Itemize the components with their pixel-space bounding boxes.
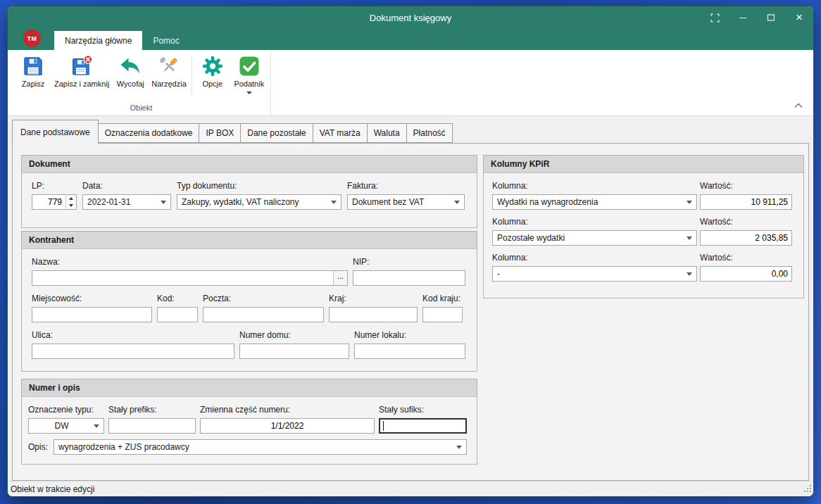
kod-field: Kod: xyxy=(157,294,198,322)
tab-platnosc[interactable]: Płatność xyxy=(406,123,453,143)
tools-button-label: Narzędzia xyxy=(151,80,187,89)
dropdown-arrow-icon xyxy=(331,201,337,204)
undo-button-label: Wycofaj xyxy=(117,80,144,89)
group-dokument-header: Dokument xyxy=(22,156,477,173)
dropdown-arrow-icon xyxy=(687,201,692,204)
kpir-wartosc-input-1[interactable] xyxy=(700,194,792,210)
ribbon-group-obiekt: Zapisz xyxy=(12,52,271,115)
faktura-combo-value: Dokument bez VAT xyxy=(352,197,451,207)
app-logo[interactable]: TM xyxy=(23,30,41,47)
tools-button[interactable]: Narzędzia xyxy=(149,52,189,103)
kpir-kolumna-combo-2-value: Pozostałe wydatki xyxy=(497,233,683,243)
kraj-input[interactable] xyxy=(329,307,418,322)
tab-vat-marza[interactable]: VAT marża xyxy=(313,123,368,143)
save-button-label: Zapisz xyxy=(22,80,44,89)
minimize-button[interactable] xyxy=(729,6,757,29)
opis-combo[interactable]: wynagrodzenia + ZUS pracodawcy xyxy=(54,439,467,455)
kpir-kolumna-label: Kolumna: xyxy=(492,217,697,227)
undo-button[interactable]: Wycofaj xyxy=(112,52,149,103)
typ-dokumentu-combo-value: Zakupy, wydatki, VAT naliczony xyxy=(182,197,327,207)
numer-domu-input[interactable] xyxy=(239,344,349,359)
numer-lokalu-label: Numer lokalu: xyxy=(354,330,465,340)
group-kolumny-kpir: Kolumny KPiR Kolumna: Wydatki na wynagro… xyxy=(483,155,804,298)
data-combo[interactable]: 2022-01-31 xyxy=(82,194,171,210)
kpir-wartosc-field: Wartość: xyxy=(700,181,792,210)
oznaczenie-typu-combo[interactable]: DW xyxy=(28,418,104,434)
miejscowosc-input[interactable] xyxy=(32,307,152,322)
dropdown-arrow-icon xyxy=(687,272,692,276)
kpir-kolumna-label: Kolumna: xyxy=(492,181,697,191)
save-icon xyxy=(22,55,44,77)
nip-input[interactable] xyxy=(353,270,465,286)
kpir-wartosc-input-3[interactable] xyxy=(700,266,792,282)
staly-prefiks-input[interactable] xyxy=(108,418,196,434)
tab-waluta[interactable]: Waluta xyxy=(367,123,407,143)
numer-lokalu-input[interactable] xyxy=(354,344,465,359)
page-tabstrip: Dane podstawowe Oznaczenia dodatkowe IP … xyxy=(8,116,813,143)
kod-input[interactable] xyxy=(157,307,198,322)
ribbon-separator xyxy=(192,55,192,96)
tab-dane-podstawowe[interactable]: Dane podstawowe xyxy=(12,120,99,144)
save-button[interactable]: Zapisz xyxy=(15,52,51,103)
staly-sufiks-field: Stały sufiks: xyxy=(379,405,467,434)
zmienna-czesc-numeru-label: Zmienna część numeru: xyxy=(200,405,375,415)
resize-grip[interactable] xyxy=(803,484,812,495)
staly-prefiks-label: Stały prefiks: xyxy=(108,405,196,415)
nazwa-label: Nazwa: xyxy=(32,257,348,267)
data-label: Data: xyxy=(82,181,171,191)
tab-dane-pozostale[interactable]: Dane pozostałe xyxy=(240,123,313,143)
kpir-kolumna-field: Kolumna: Pozostałe wydatki xyxy=(492,217,697,246)
poczta-label: Poczta: xyxy=(203,294,324,303)
dropdown-arrow-icon xyxy=(456,446,462,449)
poczta-input[interactable] xyxy=(203,307,324,322)
kpir-wartosc-input-2[interactable] xyxy=(700,230,792,246)
kpir-wartosc-label: Wartość: xyxy=(700,217,792,227)
ribbon-tab-narzedzia-glowne[interactable]: Narzędzia główne xyxy=(54,31,142,50)
lp-label: LP: xyxy=(32,181,77,191)
lp-input[interactable] xyxy=(32,195,65,209)
lp-spinner[interactable] xyxy=(32,194,77,210)
collapse-ribbon-button[interactable] xyxy=(791,99,806,112)
faktura-label: Faktura: xyxy=(347,181,465,191)
numer-lokalu-field: Numer lokalu: xyxy=(354,330,465,359)
kod-kraju-field: Kod kraju: xyxy=(422,294,463,322)
gear-icon xyxy=(201,55,224,77)
nip-label: NIP: xyxy=(353,257,465,267)
options-button[interactable]: Opcje xyxy=(194,52,231,103)
typ-dokumentu-field: Typ dokumentu: Zakupy, wydatki, VAT nali… xyxy=(177,181,341,210)
ulica-input[interactable] xyxy=(32,344,234,359)
faktura-field: Faktura: Dokument bez VAT xyxy=(347,181,465,210)
titlebar[interactable]: Dokument księgowy × xyxy=(8,6,813,29)
lp-spin-up-button[interactable] xyxy=(66,195,76,202)
maximize-button[interactable] xyxy=(757,6,785,29)
data-combo-value: 2022-01-31 xyxy=(87,197,157,207)
typ-dokumentu-combo[interactable]: Zakupy, wydatki, VAT naliczony xyxy=(177,194,341,210)
kpir-kolumna-combo-3[interactable]: - xyxy=(492,266,697,282)
zmienna-czesc-numeru-input[interactable] xyxy=(200,418,375,434)
screen-fit-icon[interactable] xyxy=(701,6,729,29)
group-kolumny-kpir-header: Kolumny KPiR xyxy=(484,156,803,173)
tab-oznaczenia-dodatkowe[interactable]: Oznaczenia dodatkowe xyxy=(98,123,200,143)
staly-sufiks-input[interactable] xyxy=(380,420,465,432)
ribbon-body: Zapisz xyxy=(8,50,813,116)
nazwa-browse-button[interactable]: ... xyxy=(333,271,347,285)
close-button[interactable]: × xyxy=(785,6,813,29)
checkmark-icon xyxy=(238,55,261,77)
tab-ip-box[interactable]: IP BOX xyxy=(199,123,241,143)
nazwa-input[interactable] xyxy=(32,271,333,285)
kod-kraju-input[interactable] xyxy=(422,307,463,322)
ribbon-tab-pomoc[interactable]: Pomoc xyxy=(142,31,189,50)
kpir-kolumna-combo-2[interactable]: Pozostałe wydatki xyxy=(492,230,697,246)
kpir-kolumna-combo-1[interactable]: Wydatki na wynagrodzenia xyxy=(492,194,697,210)
undo-arrow-icon xyxy=(119,55,142,77)
save-and-close-button[interactable]: Zapisz i zamknij xyxy=(51,52,112,103)
faktura-combo[interactable]: Dokument bez VAT xyxy=(347,194,465,210)
kpir-wartosc-label: Wartość: xyxy=(700,181,792,191)
numer-domu-label: Numer domu: xyxy=(239,330,349,340)
group-kontrahent: Kontrahent Nazwa: ... NIP: xyxy=(21,231,477,372)
lp-spin-down-button[interactable] xyxy=(66,202,76,209)
oznaczenie-typu-field: Oznaczenie typu: DW xyxy=(28,405,104,434)
taxpayer-button[interactable]: Podatnik xyxy=(231,52,268,103)
miejscowosc-label: Miejscowość: xyxy=(32,294,152,303)
group-dokument: Dokument LP: Data: xyxy=(21,155,477,228)
